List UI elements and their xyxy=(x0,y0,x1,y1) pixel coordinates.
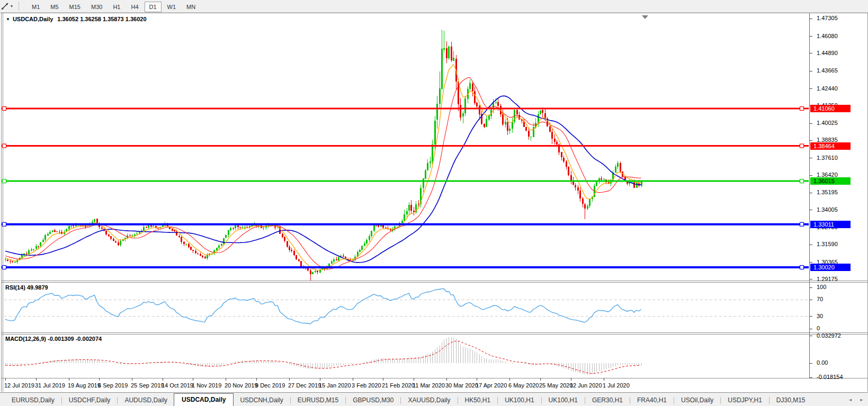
price-line-tag: 1.41060 xyxy=(810,105,851,112)
timeframe-button-h1[interactable]: H1 xyxy=(108,2,125,12)
toolbar: ▾ M1M5M15M30H1H4D1W1MN xyxy=(0,0,868,13)
chart-objects xyxy=(2,107,809,269)
chart-shift-marker-icon[interactable] xyxy=(642,15,648,19)
timeframe-button-m30[interactable]: M30 xyxy=(86,2,107,12)
tab-ger30-h1[interactable]: GER30,H1 xyxy=(586,394,629,406)
tab-gbpusd-m30[interactable]: GBPUSD,M30 xyxy=(346,394,400,406)
timeframe-button-mn[interactable]: MN xyxy=(182,2,200,12)
rsi-axis-label: 70 xyxy=(817,296,823,302)
timeframe-button-m5[interactable]: M5 xyxy=(46,2,63,12)
date-axis-label: 6 Sep 2019 xyxy=(98,382,128,389)
macd-axis-label: -0.018154 xyxy=(817,374,843,380)
chart-tool-icon[interactable] xyxy=(1,2,10,11)
tab-usdchf-daily[interactable]: USDCHF,Daily xyxy=(62,394,117,406)
chart-symbol-label: USDCAD,Daily xyxy=(13,16,53,22)
tab-hk50-h1[interactable]: HK50,H1 xyxy=(459,394,497,406)
macd-signal-line[interactable] xyxy=(5,341,641,373)
line-anchor-handle[interactable] xyxy=(3,144,6,148)
date-axis-label: 1 Jul 2020 xyxy=(603,382,630,389)
tab-separator xyxy=(458,397,458,404)
horizontal-line-1-30020[interactable] xyxy=(2,266,809,269)
tab-separator xyxy=(345,397,346,404)
date-axis-label: 19 Aug 2019 xyxy=(68,382,101,389)
tab-usdcnh-daily[interactable]: USDCNH,Daily xyxy=(234,394,289,406)
date-axis-label: 6 May 2020 xyxy=(508,382,539,389)
tab-uk100-h1[interactable]: UK100,H1 xyxy=(498,394,540,406)
ma-fast-line[interactable] xyxy=(5,65,641,270)
price-axis-label: 1.47305 xyxy=(817,15,838,21)
date-axis-label: 27 Dec 2019 xyxy=(288,382,321,389)
price-line-tag: 1.36015 xyxy=(810,177,851,185)
line-anchor-handle[interactable] xyxy=(800,107,804,111)
price-axis-label: 1.29175 xyxy=(817,276,838,282)
tab-audusd-daily[interactable]: AUDUSD,Daily xyxy=(118,394,174,406)
tab-usdjpy-h1[interactable]: USDJPY,H1 xyxy=(721,394,768,406)
ma-slow-line[interactable] xyxy=(5,96,641,263)
macd-histogram[interactable] xyxy=(6,337,642,375)
tab-separator xyxy=(769,397,769,404)
timeframe-button-m1[interactable]: M1 xyxy=(27,2,44,12)
tab-separator xyxy=(720,397,721,404)
tab-scroll-right-icon[interactable]: ▸ xyxy=(860,397,863,402)
window-borders xyxy=(1,13,868,392)
line-anchor-handle[interactable] xyxy=(800,144,804,148)
tab-xauusd-daily[interactable]: XAUUSD,Daily xyxy=(401,394,457,406)
price-axis-label: 1.40025 xyxy=(817,120,838,126)
line-anchor-handle[interactable] xyxy=(3,266,6,269)
date-axis-label: 25 May 2020 xyxy=(539,382,573,389)
tab-fra40-h1[interactable]: FRA40,H1 xyxy=(631,394,673,406)
line-anchor-handle[interactable] xyxy=(800,222,804,226)
rsi-line[interactable] xyxy=(5,289,641,324)
horizontal-line-1-36015[interactable] xyxy=(2,179,809,183)
tab-bar: EURUSD,DailyUSDCHF,DailyAUDUSD,DailyUSDC… xyxy=(0,392,868,406)
timeframe-button-h4[interactable]: H4 xyxy=(126,2,143,12)
horizontal-line-1-41060[interactable] xyxy=(2,107,809,111)
ma-mid-line[interactable] xyxy=(5,77,641,269)
date-axis-label: 20 Nov 2019 xyxy=(225,382,257,389)
rsi-axis-label: 30 xyxy=(817,313,823,319)
price-line-tag: 1.30020 xyxy=(810,264,851,271)
candlestick-series[interactable] xyxy=(5,30,642,280)
tab-eurusd-m15[interactable]: EURUSD,M15 xyxy=(291,394,345,406)
chart-canvas[interactable] xyxy=(0,0,868,406)
timeframe-button-w1[interactable]: W1 xyxy=(163,2,181,12)
price-axis-label: 1.37610 xyxy=(817,155,838,161)
line-anchor-handle[interactable] xyxy=(800,266,804,269)
price-axis-label: 1.35195 xyxy=(817,189,838,195)
macd-label: MACD(12,26,9) -0.001309 -0.002074 xyxy=(5,336,102,342)
date-axis-label: 1 Nov 2019 xyxy=(192,382,221,389)
dropdown-arrow-icon[interactable]: ▾ xyxy=(11,4,13,8)
horizontal-line-1-33011[interactable] xyxy=(2,222,809,226)
date-axis-label: 14 Oct 2019 xyxy=(162,382,193,389)
rsi-axis-label: 0 xyxy=(817,325,820,331)
date-axis-label: 12 Jul 2019 xyxy=(4,382,34,389)
tab-separator xyxy=(290,397,291,404)
line-anchor-handle[interactable] xyxy=(800,179,804,183)
date-axis-label: 30 Mar 2020 xyxy=(445,382,478,389)
tab-uk100-h1[interactable]: UK100,H1 xyxy=(542,394,584,406)
tab-eurusd-daily[interactable]: EURUSD,Daily xyxy=(5,394,61,406)
timeframe-button-d1[interactable]: D1 xyxy=(145,2,162,12)
timeframe-button-m15[interactable]: M15 xyxy=(65,2,85,12)
tab-separator xyxy=(497,397,498,404)
tab-separator xyxy=(674,397,674,404)
tab-scroll-left-icon[interactable]: ◂ xyxy=(849,397,852,402)
line-anchor-handle[interactable] xyxy=(3,179,6,183)
horizontal-line-1-38464[interactable] xyxy=(2,144,809,148)
rsi-axis-label: 100 xyxy=(817,284,826,290)
price-axis-label: 1.46080 xyxy=(817,33,838,39)
date-axis-label: 12 Jun 2020 xyxy=(570,382,602,389)
price-axis-label: 1.44890 xyxy=(817,50,838,56)
tab-dj30-m15[interactable]: DJ30,M15 xyxy=(770,394,812,406)
price-axis-label: 1.42440 xyxy=(817,85,838,92)
toolbar-grip xyxy=(19,2,22,11)
tab-usoil-daily[interactable]: USOil,Daily xyxy=(675,394,720,406)
collapse-icon[interactable]: ▼ xyxy=(6,17,10,22)
tab-usdcad-daily[interactable]: USDCAD,Daily xyxy=(174,393,234,406)
moving-averages[interactable] xyxy=(5,65,641,270)
line-anchor-handle[interactable] xyxy=(3,107,6,111)
macd-axis-label: 0.032972 xyxy=(817,332,841,339)
date-axis-label: 9 Dec 2019 xyxy=(255,382,285,389)
line-anchor-handle[interactable] xyxy=(3,222,6,226)
date-axis-label: 25 Sep 2019 xyxy=(131,382,164,389)
